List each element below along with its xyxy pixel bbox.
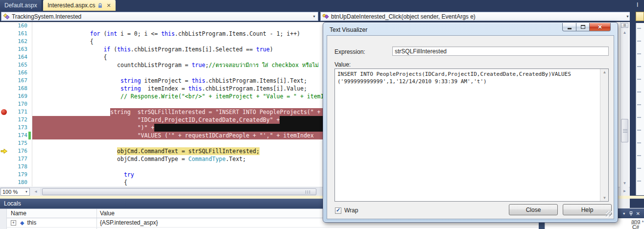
vertical-scrollbar-thumb[interactable] xyxy=(621,119,628,142)
close-tab-icon[interactable]: ✕ xyxy=(106,2,111,9)
scroll-down-icon[interactable]: ▼ xyxy=(620,180,629,187)
window-position-icon[interactable]: ▼ xyxy=(622,212,626,215)
line-number: 179 xyxy=(9,171,27,179)
member-dropdown[interactable]: btnUpDateInterested_Click(object sender,… xyxy=(320,12,632,21)
line-number: 172 xyxy=(9,116,27,124)
current-statement-code: objCmd.CommandText = strSQLFillIntereste… xyxy=(117,147,260,155)
change-margin xyxy=(27,171,32,179)
indicator-margin[interactable] xyxy=(0,147,9,155)
lock-icon xyxy=(98,3,102,8)
change-margin xyxy=(27,69,32,77)
indicator-margin[interactable] xyxy=(0,30,9,38)
line-number: 177 xyxy=(9,155,27,163)
scroll-right-icon[interactable]: ► xyxy=(620,187,629,195)
change-margin xyxy=(27,22,32,30)
indicator-margin[interactable] xyxy=(0,38,9,46)
indicator-margin[interactable] xyxy=(0,171,9,179)
indicator-margin[interactable] xyxy=(0,46,9,53)
row-ticks xyxy=(637,28,641,189)
line-number: 170 xyxy=(9,100,27,108)
line-number: 160 xyxy=(9,22,27,30)
indicator-margin[interactable] xyxy=(0,124,9,132)
scroll-up-icon[interactable]: ▲ xyxy=(641,219,644,223)
vertical-scrollbar[interactable]: ☰ ▲ ▼ ► xyxy=(620,22,629,196)
dialog-title: Text Visualizer xyxy=(330,26,367,33)
zoom-level-dropdown[interactable]: 100 % ▼ xyxy=(0,188,30,196)
splitter-handle[interactable]: ☰ xyxy=(621,23,628,28)
language-column-header[interactable]: ang xyxy=(631,218,640,224)
tab-default-aspx[interactable]: Default.aspx xyxy=(0,0,42,11)
current-statement-arrow-icon xyxy=(0,148,8,154)
change-margin xyxy=(27,85,32,92)
scroll-up-icon[interactable]: ▲ xyxy=(600,70,609,74)
checkbox-checked-icon[interactable] xyxy=(335,207,341,214)
chevron-down-icon: ▼ xyxy=(25,190,28,193)
line-number: 178 xyxy=(9,163,27,171)
minimize-button[interactable] xyxy=(562,23,576,31)
column-header-name[interactable]: Name xyxy=(7,209,97,218)
pin-icon[interactable] xyxy=(629,211,633,216)
variable-name: this xyxy=(27,219,36,226)
member-dropdown-value: btnUpDateInterested_Click(object sender,… xyxy=(331,13,476,20)
line-number: 176 xyxy=(9,147,27,155)
horizontal-scrollbar-thumb[interactable] xyxy=(42,188,316,195)
indicator-margin[interactable] xyxy=(0,22,9,30)
line-number: 173 xyxy=(9,124,27,132)
close-window-button[interactable]: ✕ xyxy=(590,23,611,31)
indicator-margin[interactable] xyxy=(0,77,9,85)
expression-input[interactable]: strSQLFillInterested xyxy=(392,46,609,56)
partial-tab-label[interactable]: I xyxy=(637,1,638,8)
value-textarea[interactable]: INSERT INTO PeopleProjects(IDCard,Projec… xyxy=(334,69,609,202)
selected-code: ")" + xyxy=(32,124,154,132)
line-number: 165 xyxy=(9,61,27,69)
value-scrollbar[interactable]: ▲ ▼ xyxy=(600,69,608,201)
indicator-margin[interactable] xyxy=(0,155,9,163)
change-margin xyxy=(27,53,32,61)
partial-document-sliver xyxy=(636,23,644,195)
type-dropdown[interactable]: TrackingSystem.Interested ▼ xyxy=(1,12,318,21)
breakpoint-icon[interactable] xyxy=(1,109,7,115)
close-icon[interactable]: ✕ xyxy=(636,211,640,216)
tab-interested-aspx-cs[interactable]: Interested.aspx.cs ✕ xyxy=(43,0,116,11)
second-editor-group-sliver: I xyxy=(630,0,644,208)
expand-icon[interactable]: + xyxy=(11,220,16,226)
maximize-button[interactable] xyxy=(576,23,590,31)
indicator-margin[interactable] xyxy=(0,163,9,171)
expression-label: Expression: xyxy=(334,48,365,55)
window-buttons: ✕ xyxy=(562,23,611,31)
indicator-margin[interactable] xyxy=(0,85,9,92)
indicator-margin[interactable] xyxy=(0,132,9,139)
scroll-left-icon[interactable]: ◄ xyxy=(32,188,39,195)
indicator-margin[interactable] xyxy=(0,53,9,61)
field-icon: ◆ xyxy=(20,220,24,226)
line-number: 166 xyxy=(9,69,27,77)
change-margin xyxy=(27,155,32,163)
indicator-margin[interactable] xyxy=(0,61,9,69)
chevron-down-icon[interactable]: ▼ xyxy=(310,12,318,21)
line-number: 164 xyxy=(9,53,27,61)
indicator-margin[interactable] xyxy=(0,179,9,186)
change-margin xyxy=(27,38,32,46)
indicator-margin[interactable] xyxy=(0,116,9,124)
line-number: 167 xyxy=(9,77,27,85)
line-number: 171 xyxy=(9,108,27,116)
selected-code: string strSQLFillInterested = "INSERT IN… xyxy=(110,108,320,116)
indicator-margin[interactable] xyxy=(0,69,9,77)
scroll-down-icon[interactable]: ▼ xyxy=(600,196,609,200)
resize-grip[interactable] xyxy=(606,211,612,217)
help-button[interactable]: Help xyxy=(563,204,612,215)
partial-navbar-sliver xyxy=(636,12,644,21)
indicator-margin[interactable] xyxy=(0,92,9,100)
tab-label: Interested.aspx.cs xyxy=(48,2,95,9)
indicator-margin[interactable] xyxy=(0,100,9,108)
line-number: 161 xyxy=(9,30,27,38)
wrap-checkbox[interactable]: Wrap xyxy=(335,207,358,214)
scrollbar-grip xyxy=(623,129,627,133)
close-button[interactable]: Close xyxy=(509,204,558,215)
language-value: C# xyxy=(632,224,639,229)
value-text: INSERT INTO PeopleProjects(IDCard,Projec… xyxy=(337,70,598,85)
scroll-up-icon[interactable]: ▲ xyxy=(620,29,629,36)
indicator-margin[interactable] xyxy=(0,108,9,116)
change-margin xyxy=(27,179,32,186)
indicator-margin[interactable] xyxy=(0,139,9,147)
